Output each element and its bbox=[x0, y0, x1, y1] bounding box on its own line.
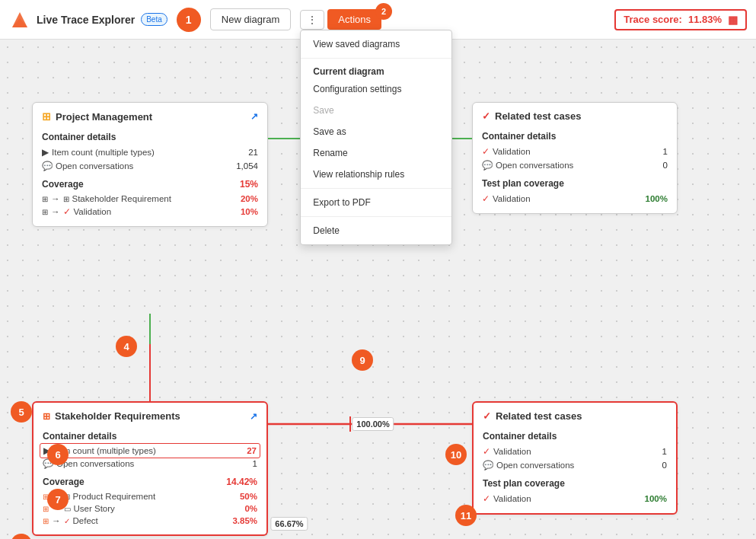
sr-title: Stakeholder Requirements bbox=[55, 410, 180, 422]
trace-score-label: Trace score: bbox=[624, 14, 682, 25]
sr-coverage-header: Coverage 14.42% bbox=[43, 477, 257, 487]
badge-100: 100.00% bbox=[352, 417, 394, 431]
sr-cov-row2: ⊞ → ▭ User Story 0% bbox=[43, 502, 257, 515]
pm-card-title: ⊞ Project Management ↗ bbox=[42, 110, 258, 126]
card-project-management: ⊞ Project Management ↗ Container details… bbox=[32, 102, 268, 227]
menu-save[interactable]: Save bbox=[301, 100, 451, 121]
rtc1-test-val-label: Validation bbox=[493, 194, 531, 203]
rtc2-card-title: ✓ Related test cases bbox=[483, 410, 667, 425]
arrow-to-icon2: → bbox=[51, 207, 60, 216]
sr-cov-row3-label: Defect bbox=[73, 516, 98, 525]
sr-cov-icon2: ⊞ bbox=[43, 505, 49, 513]
trace-score: 3 Trace score: 11.83% ▦ bbox=[614, 9, 747, 30]
pm-item-count-row: ▶ Item count (multiple types) 21 bbox=[42, 145, 258, 159]
app-logo bbox=[9, 9, 30, 30]
pm-coverage-value: 15% bbox=[240, 179, 258, 190]
card-related-test-cases-1: ✓ Related test cases Container details ✓… bbox=[472, 102, 678, 214]
menu-divider-3 bbox=[301, 216, 451, 217]
sr-container-header: Container details bbox=[43, 431, 257, 442]
check-icon-rtc1: ✓ bbox=[482, 110, 490, 122]
sr-cov-row1-label: Product Requirement bbox=[73, 492, 156, 501]
menu-config-settings[interactable]: Configuration settings bbox=[301, 78, 451, 100]
val-icon-rtc2b: ✓ bbox=[483, 493, 490, 504]
num-badge-4: 4 bbox=[116, 336, 137, 357]
menu-rename[interactable]: Rename bbox=[301, 142, 451, 164]
sr-icon: ⊞ bbox=[43, 411, 50, 422]
sr-cov-icon: ⊞ bbox=[42, 195, 48, 203]
actions-button[interactable]: Actions bbox=[327, 9, 381, 30]
new-diagram-button[interactable]: New diagram bbox=[210, 8, 292, 30]
rtc1-test-val-value: 100% bbox=[646, 194, 668, 203]
sr-cov-row3: ⊞ → ✓ Defect 3.85% bbox=[43, 515, 257, 527]
menu-divider-2 bbox=[301, 188, 451, 189]
rtc2-container-header: Container details bbox=[483, 431, 667, 442]
rtc2-title: Related test cases bbox=[496, 410, 582, 422]
rtc2-open-conv-label: Open conversations bbox=[496, 461, 574, 470]
rtc2-test-val-row: ✓ Validation 100% bbox=[483, 492, 667, 506]
rtc1-test-plan-header: Test plan coverage bbox=[482, 178, 668, 189]
pm-cov-row2: ⊞ → ✓ Validation 10% bbox=[42, 205, 258, 218]
num-badge-9: 9 bbox=[352, 349, 373, 371]
sr-open-conv-row: 💬 Open conversations 1 bbox=[43, 457, 257, 470]
rtc2-val-row: ✓ Validation 1 bbox=[483, 445, 667, 458]
menu-view-relationship[interactable]: View relationship rules bbox=[301, 164, 451, 185]
def-icon: ✓ bbox=[64, 517, 70, 525]
pm-open-conv-row: 💬 Open conversations 1,054 bbox=[42, 159, 258, 173]
rtc2-test-val-label: Validation bbox=[493, 494, 531, 503]
rtc1-container-header: Container details bbox=[482, 131, 668, 142]
pm-container-header: Container details bbox=[42, 132, 258, 142]
sr-cov-row2-value: 0% bbox=[244, 504, 257, 513]
val-cov-icon: ⊞ bbox=[42, 208, 48, 216]
val-icon-rtc1: ✓ bbox=[482, 146, 490, 157]
actions-area: ⋮ Actions 2 View saved diagrams Current … bbox=[300, 9, 381, 30]
card-stakeholder-requirements: ⊞ Stakeholder Requirements ↗ Container d… bbox=[32, 401, 268, 536]
pm-icon: ⊞ bbox=[42, 110, 51, 123]
app-title: Live Trace Explorer bbox=[37, 14, 135, 26]
arrow-icon: ▶ bbox=[42, 147, 49, 158]
val-icon-rtc2: ✓ bbox=[483, 446, 490, 457]
card-related-test-cases-2: ✓ Related test cases Container details ✓… bbox=[472, 401, 678, 515]
pm-cov-row1: ⊞ → ⊞ Stakeholder Requirement 20% bbox=[42, 193, 258, 205]
rtc1-test-val-row: ✓ Validation 100% bbox=[482, 192, 668, 206]
num-badge-8: 8 bbox=[11, 534, 32, 539]
menu-view-saved[interactable]: View saved diagrams bbox=[301, 33, 451, 55]
pm-open-conv-value: 1,054 bbox=[236, 161, 258, 171]
menu-save-as[interactable]: Save as bbox=[301, 121, 451, 142]
num-badge-7: 7 bbox=[47, 489, 69, 510]
rtc2-open-conv-row: 💬 Open conversations 0 bbox=[483, 458, 667, 472]
grid-icon[interactable]: ▦ bbox=[728, 14, 738, 26]
sr-cov-row2-label: User Story bbox=[74, 504, 115, 513]
chat-icon-rtc2: 💬 bbox=[483, 460, 493, 470]
sr-cov-icon3: ⊞ bbox=[43, 517, 49, 525]
check-icon-rtc2: ✓ bbox=[483, 410, 491, 422]
sr-item-count-row: ▶ Item count (multiple types) 27 bbox=[40, 443, 260, 458]
pm-ext-link[interactable]: ↗ bbox=[250, 111, 258, 122]
pr-icon: ⊞ bbox=[63, 195, 69, 203]
pm-cov-row2-value: 10% bbox=[241, 207, 258, 216]
arrow-def: → bbox=[52, 516, 61, 525]
menu-delete[interactable]: Delete bbox=[301, 220, 451, 241]
rtc1-val-row: ✓ Validation 1 bbox=[482, 145, 668, 158]
pm-coverage-header: Coverage 15% bbox=[42, 179, 258, 190]
rtc2-test-plan-header: Test plan coverage bbox=[483, 478, 667, 489]
sr-open-conv-value: 1 bbox=[253, 459, 257, 468]
dots-menu-button[interactable]: ⋮ bbox=[300, 10, 324, 30]
rtc2-val-label: Validation bbox=[493, 447, 531, 456]
rtc1-val-label: Validation bbox=[493, 147, 531, 156]
pm-open-conv-label: Open conversations bbox=[56, 161, 133, 171]
menu-export-pdf[interactable]: Export to PDF bbox=[301, 192, 451, 213]
sr-card-title: ⊞ Stakeholder Requirements ↗ bbox=[43, 410, 257, 425]
beta-badge: Beta bbox=[141, 13, 167, 26]
num-badge-6: 6 bbox=[47, 444, 69, 465]
sr-ext-link[interactable]: ↗ bbox=[250, 411, 257, 422]
rtc2-open-conv-value: 0 bbox=[662, 461, 667, 470]
header: Live Trace Explorer Beta 1 New diagram ⋮… bbox=[0, 0, 756, 40]
chat-icon: 💬 bbox=[42, 161, 53, 171]
rtc1-card-title: ✓ Related test cases bbox=[482, 110, 668, 125]
sr-item-count-label: Item count (multiple types) bbox=[53, 446, 156, 455]
rtc1-open-conv-value: 0 bbox=[663, 161, 668, 170]
num-badge-10: 10 bbox=[445, 444, 467, 465]
sr-cov-row1-value: 50% bbox=[240, 492, 257, 501]
actions-dropdown: View saved diagrams Current diagram Conf… bbox=[300, 30, 452, 245]
rtc2-test-val-value: 100% bbox=[645, 494, 667, 503]
